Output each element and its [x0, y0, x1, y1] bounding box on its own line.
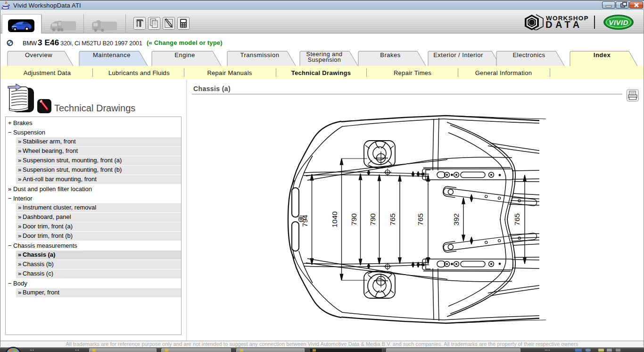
svg-text:Transmission: Transmission: [240, 51, 280, 59]
svg-text:Engine: Engine: [174, 51, 195, 59]
svg-text:Exterior / Interior: Exterior / Interior: [433, 51, 483, 59]
svg-text:®: ®: [585, 17, 587, 19]
svg-text:Index: Index: [594, 51, 611, 59]
svg-text:Maintenance: Maintenance: [93, 51, 131, 59]
svg-text:Electronics: Electronics: [512, 51, 545, 59]
svg-text:790: 790: [369, 213, 377, 226]
svg-text:392: 392: [452, 213, 460, 226]
svg-text:VIVID: VIVID: [609, 18, 628, 26]
svg-text:Brakes: Brakes: [380, 51, 400, 59]
svg-text:765: 765: [388, 213, 396, 226]
svg-text:Suspension: Suspension: [308, 57, 341, 63]
svg-text:790: 790: [350, 213, 358, 226]
svg-text:1040: 1040: [330, 211, 339, 227]
svg-text:DATA: DATA: [545, 19, 583, 30]
svg-text:765: 765: [513, 213, 521, 226]
svg-text:Overview: Overview: [25, 51, 52, 59]
svg-text:765: 765: [416, 213, 424, 226]
svg-text:794: 794: [301, 215, 309, 227]
